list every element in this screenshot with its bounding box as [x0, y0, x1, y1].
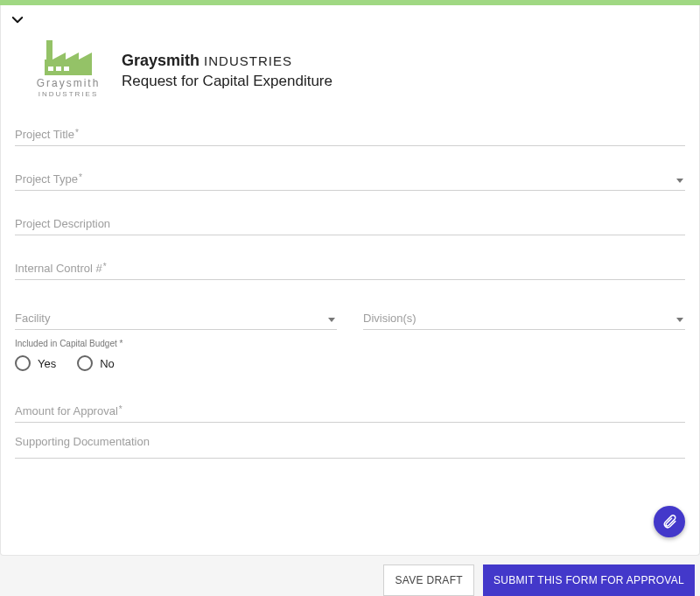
title-block: Graysmith INDUSTRIES Request for Capital… — [122, 48, 683, 90]
logo-subtext: INDUSTRIES — [38, 90, 98, 98]
form-footer: SAVE DRAFT SUBMIT THIS FORM FOR APPROVAL — [0, 556, 700, 596]
dropdown-icon — [676, 179, 683, 183]
divisions-field[interactable]: Division(s) — [363, 305, 685, 330]
radio-yes[interactable]: Yes — [15, 355, 56, 371]
attachment-button[interactable] — [654, 506, 685, 537]
company-name-bold: Graysmith — [122, 52, 200, 69]
company-title: Graysmith INDUSTRIES — [122, 52, 683, 70]
form-body: Project Title* Project Type* Project Des… — [1, 114, 699, 459]
facility-label: Facility — [15, 312, 50, 325]
required-asterisk: * — [119, 404, 122, 414]
save-draft-button[interactable]: SAVE DRAFT — [383, 564, 473, 596]
project-type-field[interactable]: Project Type* — [15, 158, 685, 191]
required-asterisk: * — [75, 128, 79, 137]
dropdown-icon — [328, 318, 335, 322]
submit-button[interactable]: SUBMIT THIS FORM FOR APPROVAL — [483, 564, 695, 596]
radio-group: Yes No — [15, 355, 685, 371]
amount-for-approval-field[interactable]: Amount for Approval* — [15, 397, 685, 423]
amount-label: Amount for Approval — [15, 404, 118, 417]
svg-marker-7 — [79, 53, 92, 60]
form-subtitle: Request for Capital Expenditure — [122, 73, 683, 90]
project-description-field[interactable]: Project Description — [15, 203, 685, 235]
radio-yes-label: Yes — [38, 357, 56, 370]
svg-rect-3 — [64, 67, 69, 71]
supporting-docs-field[interactable]: Supporting Documentation — [15, 428, 685, 459]
supporting-docs-label: Supporting Documentation — [15, 435, 150, 448]
form-card: Graysmith INDUSTRIES Graysmith INDUSTRIE… — [0, 5, 700, 556]
company-name-thin: INDUSTRIES — [204, 53, 292, 68]
svg-rect-1 — [48, 67, 53, 71]
form-header: Graysmith INDUSTRIES Graysmith INDUSTRIE… — [1, 35, 699, 114]
radio-no[interactable]: No — [77, 355, 115, 371]
svg-marker-5 — [52, 53, 66, 60]
dropdown-icon — [676, 318, 683, 322]
required-asterisk: * — [79, 172, 82, 182]
project-description-label: Project Description — [15, 217, 110, 230]
facility-division-row: Facility Division(s) — [15, 305, 685, 335]
collapse-row — [1, 5, 699, 35]
capital-budget-section: Included in Capital Budget * Yes No — [15, 339, 685, 371]
internal-control-label: Internal Control # — [15, 262, 102, 275]
project-title-label: Project Title — [15, 128, 74, 141]
facility-field[interactable]: Facility — [15, 305, 337, 330]
svg-marker-6 — [66, 53, 79, 60]
radio-circle-icon — [77, 355, 93, 371]
divisions-label: Division(s) — [363, 312, 416, 325]
company-logo: Graysmith INDUSTRIES — [29, 40, 108, 98]
radio-no-label: No — [100, 357, 115, 370]
capital-budget-label: Included in Capital Budget * — [15, 339, 685, 348]
svg-rect-4 — [46, 40, 52, 60]
internal-control-field[interactable]: Internal Control #* — [15, 248, 685, 280]
paperclip-icon — [662, 514, 677, 529]
chevron-down-icon[interactable] — [10, 12, 25, 28]
logo-text: Graysmith — [37, 77, 101, 89]
required-asterisk: * — [103, 262, 107, 271]
project-title-field[interactable]: Project Title* — [15, 114, 685, 146]
radio-circle-icon — [15, 355, 31, 371]
factory-icon — [45, 40, 92, 75]
project-type-label: Project Type — [15, 172, 78, 186]
svg-rect-2 — [56, 67, 61, 71]
